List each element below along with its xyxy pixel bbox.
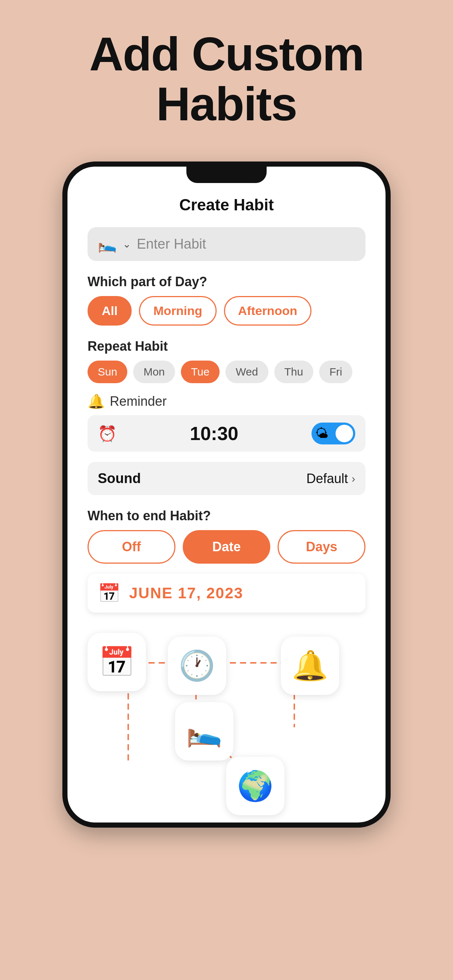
reminder-row: 🔔 Reminder (88, 393, 365, 409)
sound-value-text: Default (306, 471, 348, 486)
end-section: When to end Habit? Off Date Days (88, 508, 365, 564)
chevron-down-icon: ⌄ (123, 238, 131, 250)
calendar-emoji: 📅 (99, 645, 135, 679)
end-buttons: Off Date Days (88, 530, 365, 564)
end-btn-off[interactable]: Off (88, 530, 175, 564)
sound-value: Default › (306, 471, 355, 486)
day-btn-morning[interactable]: Morning (139, 296, 216, 326)
time-row: ⏰ 10:30 🌤 (88, 415, 365, 452)
repeat-section: Repeat Habit Sun Mon Tue Wed Thu Fri (88, 339, 365, 383)
chevron-right-icon: › (352, 473, 355, 485)
time-display: 10:30 (190, 423, 239, 444)
date-bar[interactable]: 📅 JUNE 17, 2023 (88, 574, 365, 612)
reminder-label: Reminder (110, 394, 167, 409)
icon-card-clock: 🕐 (168, 636, 226, 695)
icons-showcase: 🕐 🔔 🛌 🌍 📅 (88, 625, 365, 808)
alarm-icon: ⏰ (98, 425, 117, 442)
icon-card-sleep: 🛌 (175, 702, 233, 760)
phone-notch (187, 167, 266, 183)
reminder-toggle[interactable]: 🌤 (311, 423, 355, 444)
icon-card-calendar: 📅 (88, 633, 146, 691)
day-btn-afternoon[interactable]: Afternoon (224, 296, 311, 326)
end-label: When to end Habit? (88, 508, 365, 523)
day-chip-mon[interactable]: Mon (133, 361, 175, 383)
reminder-bell-icon: 🔔 (88, 393, 105, 409)
sleep-emoji: 🛌 (186, 714, 222, 748)
day-chip-wed[interactable]: Wed (225, 361, 268, 383)
date-text: JUNE 17, 2023 (129, 584, 243, 602)
day-chip-tue[interactable]: Tue (181, 361, 220, 383)
day-chip-thu[interactable]: Thu (274, 361, 314, 383)
sound-label: Sound (98, 471, 141, 486)
sun-icon: 🌤 (315, 426, 328, 441)
end-btn-days[interactable]: Days (278, 530, 365, 564)
bell-emoji: 🔔 (292, 649, 328, 683)
day-chip-fri[interactable]: Fri (319, 361, 353, 383)
toggle-circle (335, 425, 353, 442)
habit-placeholder: Enter Habit (137, 236, 355, 252)
day-chips: Sun Mon Tue Wed Thu Fri (88, 361, 365, 383)
calendar-icon: 📅 (98, 582, 120, 604)
globe-emoji: 🌍 (237, 769, 274, 803)
day-btn-all[interactable]: All (88, 296, 132, 326)
repeat-label: Repeat Habit (88, 339, 365, 354)
habit-icon: 🛌 (98, 235, 117, 253)
sound-row[interactable]: Sound Default › (88, 462, 365, 495)
icon-card-bell: 🔔 (281, 636, 339, 695)
habit-input-row[interactable]: 🛌 ⌄ Enter Habit (88, 227, 365, 261)
day-part-buttons: All Morning Afternoon (88, 296, 365, 326)
day-chip-sun[interactable]: Sun (88, 361, 127, 383)
page-title: Add Custom Habits (89, 29, 364, 129)
day-part-label: Which part of Day? (88, 274, 365, 290)
end-btn-date[interactable]: Date (183, 530, 271, 564)
clock-emoji: 🕐 (179, 649, 215, 683)
screen-title: Create Habit (88, 196, 365, 214)
phone-frame: Create Habit 🛌 ⌄ Enter Habit Which part … (62, 162, 391, 827)
icon-card-globe: 🌍 (226, 757, 284, 815)
